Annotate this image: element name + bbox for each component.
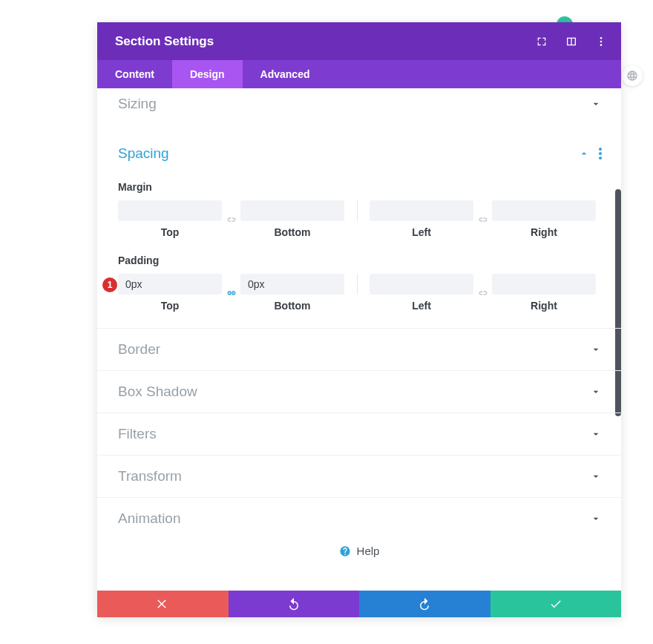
margin-left-label: Left xyxy=(412,226,431,238)
padding-left-input[interactable] xyxy=(370,274,473,295)
chevron-down-icon xyxy=(590,513,602,525)
section-settings-modal: Section Settings Content Design Advanced xyxy=(97,22,621,617)
chevron-down-icon xyxy=(590,344,602,355)
svg-point-2 xyxy=(600,44,603,46)
svg-point-0 xyxy=(600,37,603,39)
padding-top-input[interactable] xyxy=(118,274,222,295)
section-title-animation: Animation xyxy=(118,510,590,527)
check-icon xyxy=(549,597,562,611)
columns-icon[interactable] xyxy=(565,35,578,48)
padding-tb-pair: Top Bottom xyxy=(118,274,344,312)
padding-right-label: Right xyxy=(531,300,557,312)
link-icon[interactable] xyxy=(222,209,240,230)
section-toggle-sizing[interactable]: Sizing xyxy=(97,88,621,125)
section-title-box-shadow: Box Shadow xyxy=(118,384,590,400)
padding-bottom-label: Bottom xyxy=(275,300,311,312)
tab-design[interactable]: Design xyxy=(172,60,243,88)
section-kebab-icon[interactable] xyxy=(599,148,602,160)
margin-lr-pair: Left Right xyxy=(370,200,596,238)
save-button[interactable] xyxy=(490,591,622,617)
vertical-divider xyxy=(357,200,358,221)
section-title-sizing: Sizing xyxy=(118,96,590,112)
modal-title: Section Settings xyxy=(115,34,535,49)
margin-top-input[interactable] xyxy=(118,200,222,221)
section-title-spacing: Spacing xyxy=(118,145,578,162)
chevron-down-icon xyxy=(590,428,602,440)
padding-left-label: Left xyxy=(412,300,431,312)
redo-icon xyxy=(418,597,431,611)
chevron-down-icon xyxy=(590,98,602,110)
margin-top-label: Top xyxy=(161,226,180,238)
section-toggle-transform[interactable]: Transform xyxy=(97,456,621,497)
help-icon xyxy=(339,545,351,557)
tab-content[interactable]: Content xyxy=(97,60,172,88)
margin-right-label: Right xyxy=(531,226,557,238)
expand-icon[interactable] xyxy=(535,35,548,48)
chevron-down-icon xyxy=(590,470,602,482)
margin-label: Margin xyxy=(118,181,600,193)
section-toggle-animation[interactable]: Animation xyxy=(97,498,621,539)
modal-footer xyxy=(97,591,621,617)
padding-label: Padding xyxy=(118,254,600,266)
section-toggle-filters[interactable]: Filters xyxy=(97,413,621,455)
link-icon[interactable] xyxy=(473,209,492,230)
link-icon[interactable] xyxy=(222,283,240,303)
tabs-bar: Content Design Advanced xyxy=(97,60,621,88)
cancel-button[interactable] xyxy=(97,591,229,617)
globe-icon[interactable] xyxy=(622,65,643,86)
padding-right-input[interactable] xyxy=(492,274,596,295)
kebab-menu-icon[interactable] xyxy=(594,35,608,48)
modal-container: Section Settings Content Design Advanced xyxy=(0,0,653,644)
section-title-transform: Transform xyxy=(118,468,590,484)
section-title-filters: Filters xyxy=(118,426,590,442)
padding-lr-pair: Left Right xyxy=(370,274,596,312)
section-toggle-spacing[interactable]: Spacing xyxy=(97,125,621,165)
annotation-badge-1: 1 xyxy=(102,277,117,292)
section-toggle-border[interactable]: Border xyxy=(97,329,621,370)
header-icons xyxy=(535,35,608,48)
margin-bottom-input[interactable] xyxy=(240,200,344,221)
undo-button[interactable] xyxy=(229,591,360,617)
help-label: Help xyxy=(357,545,380,557)
vertical-divider xyxy=(357,274,358,295)
link-icon[interactable] xyxy=(473,283,492,303)
help-link[interactable]: Help xyxy=(97,545,621,557)
tab-advanced[interactable]: Advanced xyxy=(243,60,328,88)
padding-row: 1 Top Bottom xyxy=(118,274,600,312)
close-icon xyxy=(156,597,169,611)
chevron-down-icon xyxy=(590,386,602,398)
modal-header: Section Settings xyxy=(97,22,621,60)
undo-icon xyxy=(287,597,301,611)
chevron-up-icon xyxy=(578,148,590,160)
padding-top-label: Top xyxy=(161,300,180,312)
section-title-border: Border xyxy=(118,341,590,358)
margin-row: Top Bottom xyxy=(118,200,600,238)
section-toggle-box-shadow[interactable]: Box Shadow xyxy=(97,371,621,413)
spacing-controls: Margin Top Bottom xyxy=(97,181,621,328)
margin-left-input[interactable] xyxy=(370,200,473,221)
settings-body: Sizing Spacing Margin Top xyxy=(97,88,621,591)
svg-point-1 xyxy=(600,40,603,42)
margin-tb-pair: Top Bottom xyxy=(118,200,344,238)
padding-bottom-input[interactable] xyxy=(240,274,344,295)
redo-button[interactable] xyxy=(359,591,490,617)
margin-bottom-label: Bottom xyxy=(275,226,311,238)
design-panel-list: Sizing Spacing Margin Top xyxy=(97,88,621,591)
margin-right-input[interactable] xyxy=(492,200,596,221)
